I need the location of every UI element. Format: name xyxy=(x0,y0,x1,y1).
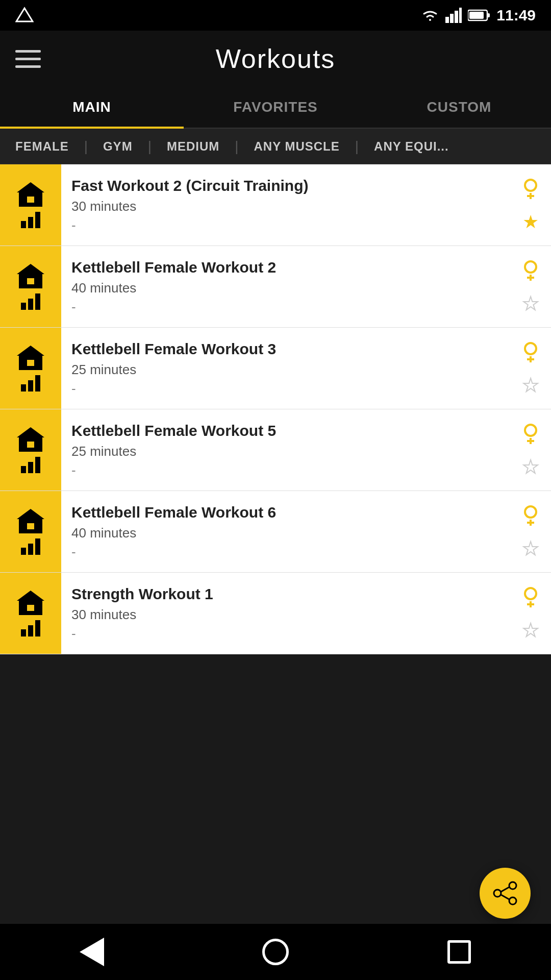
bottom-navigation xyxy=(0,924,551,980)
tab-custom[interactable]: CUSTOM xyxy=(367,87,551,128)
workout-duration: 40 minutes xyxy=(71,280,500,296)
filter-any-muscle[interactable]: ANY MUSCLE xyxy=(249,139,345,154)
svg-rect-3 xyxy=(455,11,458,23)
workout-duration: 30 minutes xyxy=(71,199,500,214)
house-icon xyxy=(17,591,45,616)
favorite-star[interactable]: ★ xyxy=(522,376,539,395)
menu-button[interactable] xyxy=(15,43,46,74)
filter-female[interactable]: FEMALE xyxy=(10,139,74,154)
workout-info: Fast Workout 2 (Circuit Training) 30 min… xyxy=(61,164,510,246)
workout-list: Fast Workout 2 (Circuit Training) 30 min… xyxy=(0,164,551,654)
workout-info: Kettlebell Female Workout 2 40 minutes - xyxy=(61,246,510,327)
filter-bar: FEMALE | GYM | MEDIUM | ANY MUSCLE | ANY… xyxy=(0,129,551,164)
workout-actions: ★ xyxy=(510,164,551,246)
tab-main[interactable]: MAIN xyxy=(0,87,184,128)
svg-rect-1 xyxy=(445,17,449,23)
filter-gym[interactable]: GYM xyxy=(98,139,138,154)
svg-rect-2 xyxy=(450,14,454,23)
workout-actions: ★ xyxy=(510,246,551,327)
gender-icon xyxy=(521,587,540,608)
workout-name: Kettlebell Female Workout 6 xyxy=(71,504,500,521)
workout-actions: ★ xyxy=(510,409,551,491)
share-fab-button[interactable] xyxy=(480,868,531,919)
list-item[interactable]: Kettlebell Female Workout 3 25 minutes -… xyxy=(0,328,551,409)
svg-point-8 xyxy=(509,882,516,889)
favorite-star[interactable]: ★ xyxy=(522,295,539,313)
list-item[interactable]: Kettlebell Female Workout 6 40 minutes -… xyxy=(0,491,551,573)
house-icon xyxy=(17,427,45,453)
workout-info: Kettlebell Female Workout 5 25 minutes - xyxy=(61,409,510,491)
tab-bar: MAIN FAVORITES CUSTOM xyxy=(0,87,551,129)
favorite-star[interactable]: ★ xyxy=(522,540,539,558)
list-item[interactable]: Strength Workout 1 30 minutes - ★ xyxy=(0,573,551,654)
status-bar-left xyxy=(15,6,34,24)
list-item[interactable]: Fast Workout 2 (Circuit Training) 30 min… xyxy=(0,164,551,246)
favorite-star[interactable]: ★ xyxy=(522,213,539,231)
svg-line-11 xyxy=(501,887,509,892)
header: Workouts xyxy=(0,31,551,87)
house-icon xyxy=(17,509,45,534)
wifi-icon xyxy=(421,8,439,23)
workout-icon xyxy=(0,491,61,572)
workout-extra: - xyxy=(71,217,500,233)
workout-icon xyxy=(0,164,61,246)
gender-icon xyxy=(521,505,540,527)
house-icon xyxy=(17,346,45,371)
workout-extra: - xyxy=(71,626,500,642)
bar-chart-icon xyxy=(21,538,40,555)
workout-info: Strength Workout 1 30 minutes - xyxy=(61,573,510,654)
bar-chart-icon xyxy=(21,620,40,636)
bar-chart-icon xyxy=(21,293,40,310)
svg-rect-7 xyxy=(469,12,484,19)
workout-duration: 30 minutes xyxy=(71,607,500,623)
recents-button[interactable] xyxy=(439,932,480,972)
filter-any-equip[interactable]: ANY EQUI... xyxy=(369,139,454,154)
workout-extra: - xyxy=(71,299,500,315)
svg-rect-4 xyxy=(459,8,462,23)
signal-bars-icon xyxy=(445,8,462,23)
share-icon xyxy=(492,880,518,906)
workout-duration: 25 minutes xyxy=(71,444,500,459)
gender-icon xyxy=(521,179,540,200)
gender-icon xyxy=(521,260,540,282)
workout-extra: - xyxy=(71,462,500,478)
workout-actions: ★ xyxy=(510,328,551,409)
signal-icon xyxy=(15,6,34,24)
workout-name: Kettlebell Female Workout 2 xyxy=(71,259,500,276)
svg-point-10 xyxy=(509,897,516,904)
workout-duration: 25 minutes xyxy=(71,362,500,378)
workout-icon xyxy=(0,328,61,409)
workout-extra: - xyxy=(71,381,500,397)
home-button[interactable] xyxy=(255,932,296,972)
workout-extra: - xyxy=(71,544,500,560)
bar-chart-icon xyxy=(21,457,40,473)
page-title: Workouts xyxy=(216,43,336,74)
favorite-star[interactable]: ★ xyxy=(522,458,539,476)
workout-icon xyxy=(0,246,61,327)
bar-chart-icon xyxy=(21,375,40,391)
status-bar: 11:49 xyxy=(0,0,551,31)
workout-actions: ★ xyxy=(510,491,551,572)
workout-info: Kettlebell Female Workout 3 25 minutes - xyxy=(61,328,510,409)
back-button[interactable] xyxy=(71,932,112,972)
workout-name: Kettlebell Female Workout 3 xyxy=(71,340,500,358)
svg-rect-6 xyxy=(487,13,490,17)
workout-name: Strength Workout 1 xyxy=(71,585,500,603)
filter-medium[interactable]: MEDIUM xyxy=(162,139,224,154)
gender-icon xyxy=(521,342,540,363)
bar-chart-icon xyxy=(21,212,40,228)
favorite-star[interactable]: ★ xyxy=(522,621,539,640)
workout-actions: ★ xyxy=(510,573,551,654)
svg-marker-0 xyxy=(16,8,33,21)
list-item[interactable]: Kettlebell Female Workout 2 40 minutes -… xyxy=(0,246,551,328)
workout-name: Kettlebell Female Workout 5 xyxy=(71,422,500,439)
workout-duration: 40 minutes xyxy=(71,525,500,541)
battery-icon xyxy=(468,9,490,21)
gender-icon xyxy=(521,424,540,445)
svg-line-12 xyxy=(501,895,509,899)
house-icon xyxy=(17,264,45,289)
list-item[interactable]: Kettlebell Female Workout 5 25 minutes -… xyxy=(0,409,551,491)
house-icon xyxy=(17,182,45,208)
status-time: 11:49 xyxy=(496,7,536,24)
tab-favorites[interactable]: FAVORITES xyxy=(184,87,367,128)
